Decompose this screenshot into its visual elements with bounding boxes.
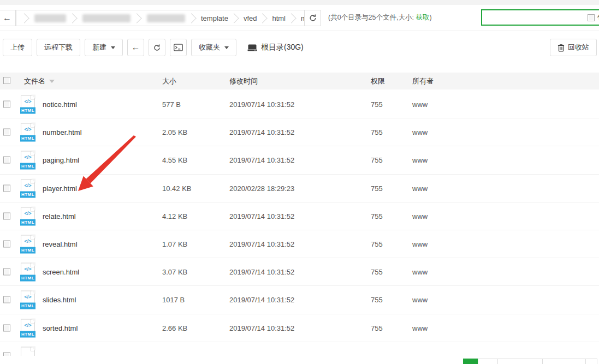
code-glyph-icon: </> — [21, 238, 35, 244]
code-glyph-icon: </> — [21, 182, 35, 188]
html-file-icon: </> HTML — [21, 207, 35, 225]
chevron-down-icon — [111, 46, 115, 49]
breadcrumb-redacted-segment[interactable] — [34, 14, 66, 22]
html-badge: HTML — [20, 108, 35, 114]
file-name[interactable]: paging.html — [43, 156, 79, 164]
file-size: 2.66 KB — [162, 324, 187, 332]
file-owner: www — [412, 184, 428, 192]
upload-button[interactable]: 上传 — [3, 39, 32, 56]
filename-header-label: 文件名 — [24, 76, 45, 86]
root-directory-label: 根目录(30G) — [261, 43, 304, 52]
terminal-button[interactable] — [170, 39, 187, 56]
new-menu-button[interactable]: 新建 — [85, 39, 123, 56]
pagination-next[interactable] — [497, 359, 543, 364]
chevron-separator-icon — [19, 13, 29, 23]
column-header-mtime: 修改时间 — [229, 73, 258, 89]
pagination-edge[interactable] — [585, 359, 597, 364]
recycle-bin-button[interactable]: 回收站 — [550, 39, 597, 56]
row-checkbox[interactable] — [3, 352, 10, 356]
file-name[interactable]: number.html — [43, 128, 82, 136]
table-row: </> HTML sorted.html 2.66 KB 2019/07/14 … — [0, 314, 599, 342]
table-row: </> HTML paging.html 4.55 KB 2019/07/14 … — [0, 146, 599, 174]
search-box: 包含子 — [481, 9, 599, 26]
file-permission: 755 — [371, 296, 383, 304]
select-all-checkbox[interactable] — [3, 77, 10, 84]
back-button[interactable]: ← — [127, 39, 144, 56]
file-name[interactable]: reveal.html — [43, 240, 78, 248]
file-name[interactable]: relate.html — [43, 212, 76, 220]
chevron-down-icon — [224, 46, 229, 49]
file-mtime: 2020/02/28 18:29:23 — [229, 184, 294, 192]
column-header-owner: 所有者 — [412, 73, 434, 89]
chevron-separator-icon — [67, 13, 77, 23]
file-rows-host: </> HTML notice.html 577 B 2019/07/14 10… — [0, 91, 599, 342]
row-checkbox[interactable] — [3, 101, 10, 108]
breadcrumb-segment-module[interactable]: module — [296, 14, 305, 22]
breadcrumb-redacted-segment[interactable] — [147, 14, 185, 22]
sort-descending-icon — [49, 80, 55, 83]
get-size-link[interactable]: 获取 — [416, 14, 429, 21]
file-owner: www — [412, 128, 428, 136]
refresh-button[interactable] — [149, 39, 165, 56]
row-checkbox[interactable] — [3, 268, 10, 276]
back-arrow-icon: ← — [132, 43, 140, 52]
html-file-icon: </> HTML — [21, 179, 35, 197]
table-header: 文件名 大小 修改时间 权限 所有者 — [0, 73, 599, 89]
row-checkbox[interactable] — [3, 157, 10, 164]
row-checkbox[interactable] — [3, 212, 10, 219]
breadcrumb: template vfed html module — [16, 10, 305, 26]
file-owner: www — [412, 212, 428, 220]
new-menu-label: 新建 — [92, 43, 106, 52]
file-size: 1.07 KB — [162, 240, 187, 248]
html-file-icon: </> HTML — [21, 151, 35, 169]
chevron-separator-icon — [186, 13, 196, 23]
table-row: </> HTML relate.html 4.12 KB 2019/07/14 … — [0, 202, 599, 230]
pagination-active-page[interactable] — [463, 359, 478, 364]
favorites-menu-button[interactable]: 收藏夹 — [191, 39, 236, 56]
html-badge: HTML — [20, 275, 35, 282]
root-directory-indicator[interactable]: 根目录(30G) — [247, 43, 304, 52]
table-row-partial — [0, 342, 599, 356]
html-file-icon — [21, 347, 35, 356]
column-header-filename[interactable]: 文件名 — [24, 73, 55, 89]
row-checkbox[interactable] — [3, 129, 10, 136]
html-badge: HTML — [20, 191, 35, 198]
pagination-page[interactable] — [478, 359, 498, 364]
code-glyph-icon: </> — [21, 99, 35, 104]
file-size: 1017 B — [162, 296, 185, 304]
table-row: </> HTML notice.html 577 B 2019/07/14 10… — [0, 91, 599, 118]
file-mtime: 2019/07/14 10:31:52 — [229, 268, 294, 276]
file-permission: 755 — [371, 156, 383, 164]
path-refresh-button[interactable] — [304, 10, 321, 26]
table-row: </> HTML number.html 2.05 KB 2019/07/14 … — [0, 118, 599, 146]
file-name[interactable]: sorted.html — [43, 324, 78, 332]
pagination — [463, 359, 597, 364]
row-checkbox[interactable] — [3, 184, 10, 192]
code-glyph-icon: </> — [21, 127, 35, 132]
include-sub-checkbox[interactable] — [588, 14, 595, 21]
search-input[interactable] — [482, 10, 588, 25]
nav-back-button[interactable]: ← — [0, 10, 16, 26]
row-checkbox[interactable] — [3, 324, 10, 331]
html-badge: HTML — [20, 135, 35, 142]
file-name[interactable]: player.html — [43, 184, 77, 192]
column-header-permission: 权限 — [371, 73, 385, 89]
file-permission: 755 — [371, 240, 383, 248]
file-permission: 755 — [371, 184, 383, 192]
breadcrumb-redacted-segment[interactable] — [82, 14, 131, 22]
file-mtime: 2019/07/14 10:31:52 — [229, 156, 294, 164]
row-checkbox[interactable] — [3, 296, 10, 303]
table-row: </> HTML slides.html 1017 B 2019/07/14 1… — [0, 286, 599, 314]
file-size: 2.05 KB — [162, 128, 187, 136]
include-sub-option: 包含子 — [588, 13, 599, 22]
html-badge: HTML — [20, 163, 35, 170]
breadcrumb-segment-template[interactable]: template — [196, 14, 233, 22]
pagination-info[interactable] — [542, 359, 586, 364]
recycle-bin-label: 回收站 — [568, 43, 589, 52]
file-name[interactable]: screen.html — [43, 268, 79, 276]
favorites-label: 收藏夹 — [199, 43, 220, 52]
row-checkbox[interactable] — [3, 241, 10, 248]
file-name[interactable]: notice.html — [43, 100, 77, 109]
file-name[interactable]: slides.html — [43, 296, 76, 304]
remote-download-button[interactable]: 远程下载 — [37, 39, 80, 56]
